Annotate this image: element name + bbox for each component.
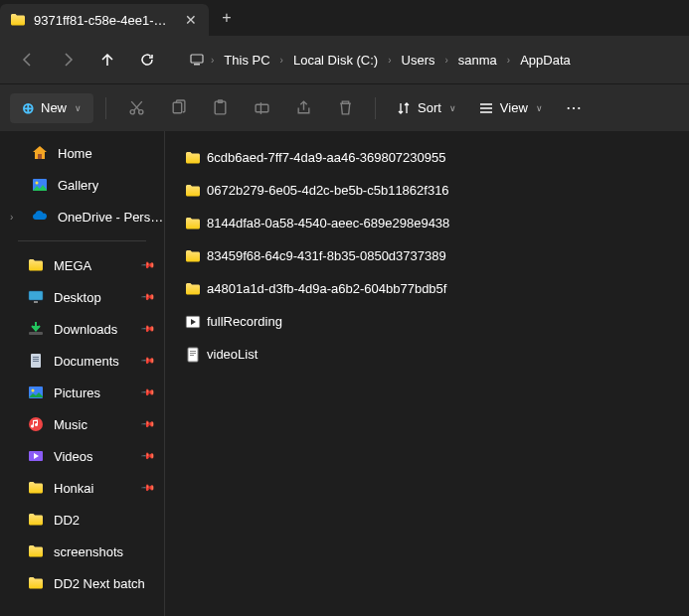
svg-rect-26 — [173, 102, 182, 113]
sidebar-item-label: MEGA — [54, 258, 91, 273]
breadcrumb-item[interactable]: This PC — [220, 53, 273, 68]
breadcrumb-item[interactable]: sanma — [454, 53, 501, 68]
more-button[interactable]: ⋯ — [557, 90, 593, 126]
new-button[interactable]: ⊕ New ∨ — [10, 93, 93, 123]
breadcrumb-item[interactable]: Users — [398, 53, 439, 68]
chevron-right-icon[interactable]: › — [438, 55, 453, 66]
file-item[interactable]: videoList — [175, 338, 679, 371]
pin-icon: 📌 — [141, 354, 156, 369]
downloads-icon — [28, 321, 44, 337]
breadcrumb-item[interactable]: AppData — [516, 53, 575, 68]
pin-icon: 📌 — [141, 258, 156, 273]
sidebar-item-screenshots[interactable]: screenshots — [0, 536, 164, 567]
sidebar-item-downloads[interactable]: Downloads📌 — [0, 313, 164, 345]
share-button[interactable] — [285, 90, 321, 126]
sidebar-item-videos[interactable]: Videos📌 — [0, 440, 164, 472]
pictures-icon — [28, 385, 44, 400]
sidebar-item-music[interactable]: Music📌 — [0, 408, 164, 440]
address-bar[interactable]: › This PC › Local Disk (C:) › Users › sa… — [183, 44, 679, 76]
file-item[interactable]: 83459f68-64c9-431f-8b35-0850d3737389 — [175, 239, 679, 272]
file-item[interactable]: fullRecording — [175, 305, 679, 338]
sidebar-item-label: DD2 Next batch — [54, 576, 145, 591]
folder-icon — [185, 183, 201, 199]
chevron-right-icon[interactable]: › — [10, 212, 13, 223]
divider — [375, 97, 376, 119]
chevron-right-icon[interactable]: › — [501, 55, 516, 66]
pin-icon: 📌 — [141, 385, 156, 400]
file-item[interactable]: 0672b279-6e05-4d2c-be5b-c5b11862f316 — [175, 174, 679, 207]
new-tab-button[interactable]: + — [209, 0, 245, 36]
desktop-icon — [28, 289, 44, 305]
breadcrumb-item[interactable]: Local Disk (C:) — [289, 53, 382, 68]
sidebar-item-onedrive---personal[interactable]: ›OneDrive - Personal — [0, 201, 164, 232]
sidebar-item-label: OneDrive - Personal — [58, 210, 164, 225]
sidebar-item-dd2[interactable]: DD2 — [0, 504, 164, 536]
sidebar-item-label: Gallery — [58, 178, 98, 193]
sort-button[interactable]: Sort ∨ — [388, 94, 464, 122]
sidebar-item-label: Music — [54, 417, 87, 432]
onedrive-icon — [32, 209, 48, 225]
file-name: 8144dfa8-0a58-4540-aeec-689e298e9438 — [207, 216, 449, 231]
folder-icon — [28, 257, 44, 273]
chevron-right-icon[interactable]: › — [205, 55, 220, 66]
file-name: 6cdb6aed-7ff7-4da9-aa46-369807230955 — [207, 150, 445, 165]
folder-icon — [28, 480, 44, 496]
copy-button[interactable] — [160, 90, 196, 126]
sidebar-item-home[interactable]: Home — [0, 137, 164, 169]
gallery-icon — [32, 177, 48, 193]
sidebar-item-desktop[interactable]: Desktop📌 — [0, 281, 164, 313]
chevron-right-icon[interactable]: › — [274, 55, 289, 66]
view-label: View — [500, 100, 528, 115]
sort-label: Sort — [418, 100, 441, 115]
tab-active[interactable]: 9371ff81-c58e-4ee1-9119-a9ecd ✕ — [0, 4, 209, 36]
close-tab-button[interactable]: ✕ — [183, 12, 199, 28]
cut-button[interactable] — [118, 90, 154, 126]
sidebar-item-label: Honkai — [54, 481, 93, 496]
navigation-bar: › This PC › Local Disk (C:) › Users › sa… — [0, 36, 689, 83]
svg-rect-27 — [215, 101, 226, 114]
chevron-right-icon[interactable]: › — [382, 55, 397, 66]
videos-icon — [28, 448, 44, 464]
title-bar: 9371ff81-c58e-4ee1-9119-a9ecd ✕ + — [0, 0, 689, 36]
back-button[interactable] — [10, 42, 46, 77]
folder-icon — [28, 512, 44, 528]
up-button[interactable] — [89, 42, 125, 77]
folder-icon — [28, 543, 44, 559]
svg-point-25 — [138, 110, 142, 114]
sidebar-item-label: Desktop — [54, 290, 101, 305]
file-name: 0672b279-6e05-4d2c-be5b-c5b11862f316 — [207, 183, 449, 198]
chevron-down-icon: ∨ — [536, 103, 543, 113]
rename-button[interactable] — [244, 90, 279, 126]
view-button[interactable]: View ∨ — [470, 94, 551, 122]
file-item[interactable]: a4801a1d-d3fb-4d9a-a6b2-604bb77bdb5f — [175, 272, 679, 305]
file-item[interactable]: 8144dfa8-0a58-4540-aeec-689e298e9438 — [175, 207, 679, 239]
sidebar-item-honkai[interactable]: Honkai📌 — [0, 472, 164, 504]
command-bar: ⊕ New ∨ Sort ∨ View ∨ ⋯ — [0, 83, 689, 131]
sidebar-item-label: Downloads — [54, 322, 117, 337]
sidebar-item-label: Home — [58, 146, 92, 161]
sidebar-item-dd2-next-batch[interactable]: DD2 Next batch — [0, 567, 164, 599]
paste-button[interactable] — [202, 90, 238, 126]
sidebar-item-label: Documents — [54, 354, 119, 369]
file-name: videoList — [207, 347, 258, 362]
folder-icon — [185, 150, 201, 166]
sidebar-item-mega[interactable]: MEGA📌 — [0, 249, 164, 281]
refresh-button[interactable] — [129, 42, 165, 77]
documents-icon — [28, 353, 44, 369]
folder-icon — [28, 575, 44, 591]
forward-button[interactable] — [50, 42, 86, 77]
sidebar-item-label: screenshots — [54, 544, 123, 559]
text-icon — [185, 347, 201, 363]
pc-icon — [189, 52, 205, 68]
music-icon — [28, 416, 44, 432]
sidebar-item-gallery[interactable]: Gallery — [0, 169, 164, 201]
sidebar-item-label: Pictures — [54, 385, 100, 400]
delete-button[interactable] — [327, 90, 363, 126]
sidebar-item-label: DD2 — [54, 513, 80, 528]
file-item[interactable]: 6cdb6aed-7ff7-4da9-aa46-369807230955 — [175, 141, 679, 174]
file-name: fullRecording — [207, 314, 282, 329]
sidebar-item-documents[interactable]: Documents📌 — [0, 345, 164, 377]
svg-point-24 — [130, 110, 134, 114]
sidebar-item-pictures[interactable]: Pictures📌 — [0, 377, 164, 408]
chevron-down-icon: ∨ — [75, 103, 82, 113]
